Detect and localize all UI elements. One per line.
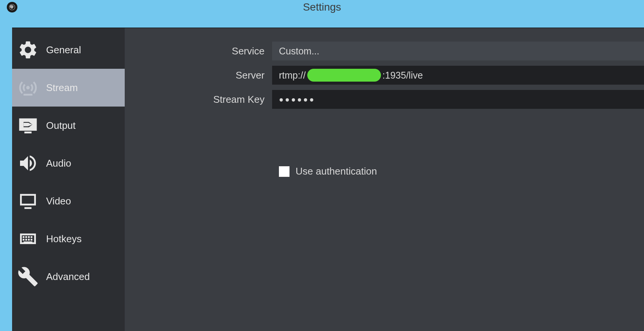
obs-app-icon bbox=[7, 2, 17, 12]
server-url-suffix: :1935/live bbox=[382, 70, 423, 81]
use-auth-label: Use authentication bbox=[296, 166, 377, 177]
sidebar-item-label: Audio bbox=[46, 158, 71, 169]
titlebar: Settings bbox=[0, 0, 644, 14]
server-label: Server bbox=[125, 70, 272, 81]
service-value: Custom... bbox=[279, 46, 319, 57]
service-dropdown[interactable]: Custom... bbox=[272, 42, 644, 60]
sidebar-item-audio[interactable]: Audio bbox=[12, 144, 125, 182]
server-input[interactable]: rtmp:// :1935/live bbox=[272, 66, 644, 85]
tools-icon bbox=[17, 265, 39, 288]
sidebar-item-label: Output bbox=[46, 120, 76, 131]
keyboard-icon bbox=[17, 227, 39, 250]
use-auth-checkbox[interactable] bbox=[279, 166, 289, 177]
broadcast-icon bbox=[17, 76, 39, 99]
stream-key-label: Stream Key bbox=[125, 94, 272, 105]
speaker-icon bbox=[17, 152, 39, 175]
service-row: Service Custom... bbox=[125, 42, 644, 60]
sidebar-item-stream[interactable]: Stream bbox=[12, 69, 125, 107]
sidebar-item-hotkeys[interactable]: Hotkeys bbox=[12, 220, 125, 258]
gear-icon bbox=[17, 39, 39, 61]
sidebar-item-label: Video bbox=[46, 195, 71, 207]
sidebar-item-video[interactable]: Video bbox=[12, 182, 125, 220]
service-label: Service bbox=[125, 45, 272, 57]
sidebar-item-output[interactable]: Output bbox=[12, 107, 125, 144]
sidebar-item-label: Advanced bbox=[46, 271, 90, 283]
svg-rect-2 bbox=[25, 131, 32, 133]
stream-key-row: Stream Key ●●●●●● bbox=[125, 90, 644, 109]
stream-key-input[interactable]: ●●●●●● bbox=[272, 90, 644, 109]
server-redacted-host bbox=[307, 69, 381, 82]
output-icon bbox=[17, 114, 39, 137]
stream-settings-panel: Service Custom... Server rtmp:// :1935/l… bbox=[125, 28, 644, 331]
server-row: Server rtmp:// :1935/live bbox=[125, 66, 644, 85]
sidebar-item-advanced[interactable]: Advanced bbox=[12, 258, 125, 295]
sidebar-item-general[interactable]: General bbox=[12, 31, 125, 69]
window-title: Settings bbox=[161, 1, 483, 13]
settings-window: General Stream Output Audio Video bbox=[12, 28, 644, 331]
settings-sidebar: General Stream Output Audio Video bbox=[12, 28, 125, 331]
monitor-icon bbox=[17, 190, 39, 212]
server-url-prefix: rtmp:// bbox=[279, 70, 306, 81]
stream-key-masked: ●●●●●● bbox=[279, 95, 315, 104]
use-auth-row: Use authentication bbox=[125, 166, 644, 177]
sidebar-item-label: Hotkeys bbox=[46, 233, 82, 245]
sidebar-item-label: Stream bbox=[46, 82, 78, 94]
sidebar-item-label: General bbox=[46, 44, 81, 56]
